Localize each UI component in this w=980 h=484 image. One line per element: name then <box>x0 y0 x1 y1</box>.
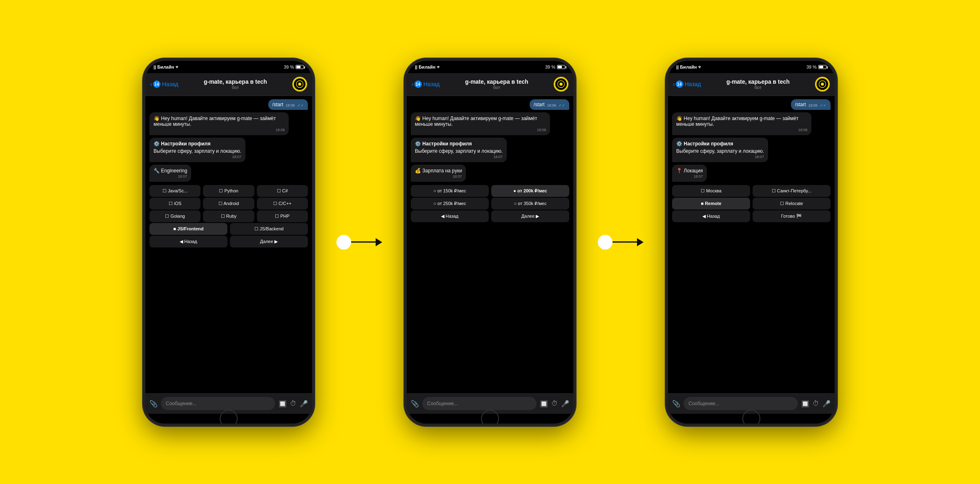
chevron-left-icon: ‹ <box>150 81 152 87</box>
msg-time: 18:06 <box>547 103 556 107</box>
keyboard-3: ☐ Москва ☐ Санкт-Петербу... ■ Remote ☐ R… <box>672 184 831 222</box>
message-input-2[interactable]: Сообщение... <box>422 397 537 410</box>
arrow-circle-1 <box>336 235 351 250</box>
kb-next-1[interactable]: Далее ▶ <box>230 236 308 248</box>
kb-jsfrontend[interactable]: ■ JS/Frontend <box>149 223 227 235</box>
kb-remote[interactable]: ■ Remote <box>672 198 750 210</box>
carrier-2: || Билайн ᯤ <box>415 65 441 69</box>
back-button-3[interactable]: ‹ 14 Назад <box>673 80 701 88</box>
msg-start-1: /start 18:06 ✓✓ <box>268 99 308 110</box>
header-center-2: g-mate, карьера в tech бот <box>443 78 550 90</box>
back-button-1[interactable]: ‹ 14 Назад <box>150 80 178 88</box>
kb-250k[interactable]: ○ от 250k ₽/мес <box>411 198 489 210</box>
back-badge-3: 14 <box>676 80 683 88</box>
kb-python[interactable]: ☐ Python <box>203 185 254 197</box>
msg-settings-2: ⚙️ Настройки профиля Выберите сферу, зар… <box>411 138 507 162</box>
home-button-3[interactable] <box>742 410 760 426</box>
kb-next-2[interactable]: Далее ▶ <box>491 210 569 222</box>
chat-title-2: g-mate, карьера в tech <box>465 78 528 85</box>
placeholder-1: Сообщение... <box>166 401 196 406</box>
kb-back-3[interactable]: ◀ Назад <box>672 210 750 222</box>
carrier-1: || Билайн ᯤ <box>154 65 180 69</box>
sticker-icon[interactable]: 🔲 <box>540 400 548 408</box>
back-badge-1: 14 <box>153 80 160 88</box>
msg-time: 18:06 <box>415 128 546 132</box>
timer-icon[interactable]: ⏱ <box>551 400 558 407</box>
location-text: 📍 Локация <box>676 168 703 174</box>
kb-php[interactable]: ☐ PHP <box>257 210 308 222</box>
back-label-1[interactable]: Назад <box>162 81 178 87</box>
kb-back-2[interactable]: ◀ Назад <box>411 210 489 222</box>
msg-time: 18:07 <box>154 174 187 178</box>
back-button-2[interactable]: ‹ 14 Назад <box>412 80 440 88</box>
mic-icon[interactable]: 🎤 <box>561 400 569 408</box>
avatar-1 <box>292 77 307 91</box>
msg-settings-1: ⚙️ Настройки профиля Выберите сферу, зар… <box>149 138 245 162</box>
kb-row-s3: ◀ Назад Далее ▶ <box>411 210 569 222</box>
msg-text: /start <box>795 102 806 107</box>
msg-text: /start <box>272 102 283 107</box>
msg-time: 18:07 <box>154 155 241 159</box>
attach-icon[interactable]: 📎 <box>672 400 680 408</box>
msg-engineering: 🔧 Engineering 18:07 <box>149 165 191 182</box>
message-input-1[interactable]: Сообщение... <box>161 397 275 410</box>
chat-area-3: /start 18:06 ✓✓ 👋 Hey human! Давайте акт… <box>668 96 835 393</box>
keyboard-2: ○ от 150k ₽/мес ● от 200k ₽/мес ○ от 250… <box>411 184 569 222</box>
back-label-3[interactable]: Назад <box>685 81 701 87</box>
attach-icon[interactable]: 📎 <box>411 400 419 408</box>
battery-1: 39 % <box>284 65 304 69</box>
back-label-2[interactable]: Назад <box>423 81 440 87</box>
phone-1: || Билайн ᯤ 39 % ‹ 14 Назад g-mate, карь… <box>143 58 314 426</box>
msg-time: 18:06 <box>808 103 817 107</box>
msg-time: 18:06 <box>154 128 285 132</box>
msg-salary: 💰 Зарплата на руки 18:07 <box>411 165 466 182</box>
kb-row-l1: ☐ Москва ☐ Санкт-Петербу... <box>672 185 831 197</box>
kb-moscow[interactable]: ☐ Москва <box>672 185 750 197</box>
sticker-icon[interactable]: 🔲 <box>278 400 287 408</box>
home-button-1[interactable] <box>220 410 238 426</box>
home-indicator-3 <box>668 414 835 424</box>
home-button-2[interactable] <box>481 410 499 426</box>
engineering-text: 🔧 Engineering <box>154 168 187 174</box>
msg-greet-1: 👋 Hey human! Давайте активируем g-mate —… <box>149 112 289 135</box>
kb-android[interactable]: ☐ Android <box>203 198 254 210</box>
kb-done-3[interactable]: Готово 🏁 <box>753 210 831 222</box>
battery-2: 39 % <box>545 65 565 69</box>
status-bar-1: || Билайн ᯤ 39 % <box>145 61 312 73</box>
msg-time: 18:06 <box>676 128 807 132</box>
message-input-3[interactable]: Сообщение... <box>684 397 798 410</box>
timer-icon[interactable]: ⏱ <box>813 400 819 407</box>
kb-row-l3: ◀ Назад Готово 🏁 <box>672 210 831 222</box>
kb-cpp[interactable]: ☐ C/C++ <box>257 198 308 210</box>
kb-350k[interactable]: ○ от 350k ₽/мес <box>491 198 569 210</box>
chat-area-2: /start 18:06 ✓✓ 👋 Hey human! Давайте акт… <box>407 96 573 393</box>
kb-200k[interactable]: ● от 200k ₽/мес <box>491 185 569 197</box>
msg-time: 18:06 <box>285 103 295 107</box>
mic-icon[interactable]: 🎤 <box>822 400 831 408</box>
msg-location: 📍 Локация 18:07 <box>672 165 707 182</box>
timer-icon[interactable]: ⏱ <box>290 400 296 407</box>
kb-java[interactable]: ☐ Java/Sc... <box>149 185 200 197</box>
kb-back-1[interactable]: ◀ Назад <box>149 236 227 248</box>
kb-relocate[interactable]: ☐ Relocate <box>753 198 831 210</box>
kb-ios[interactable]: ☐ iOS <box>149 198 200 210</box>
kb-row-l2: ■ Remote ☐ Relocate <box>672 198 831 210</box>
kb-spb[interactable]: ☐ Санкт-Петербу... <box>753 185 831 197</box>
arrow-circle-2 <box>598 235 612 250</box>
kb-csharp[interactable]: ☐ C# <box>257 185 308 197</box>
arrow-head-2 <box>637 238 644 246</box>
placeholder-3: Сообщение... <box>688 401 719 406</box>
tg-header-1: ‹ 14 Назад g-mate, карьера в tech бот <box>145 73 312 96</box>
kb-ruby[interactable]: ☐ Ruby <box>203 210 254 222</box>
msg-start-3: /start 18:06 ✓✓ <box>791 99 831 110</box>
kb-golang[interactable]: ☐ Golang <box>149 210 200 222</box>
mic-icon[interactable]: 🎤 <box>300 400 308 408</box>
sticker-icon[interactable]: 🔲 <box>801 400 809 408</box>
attach-icon[interactable]: 📎 <box>149 400 158 408</box>
svg-point-2 <box>298 83 301 86</box>
kb-150k[interactable]: ○ от 150k ₽/мес <box>411 185 489 197</box>
kb-jsbackend[interactable]: ☐ JS/Backend <box>230 223 308 235</box>
msg-time: 18:07 <box>676 155 764 159</box>
chat-title-1: g-mate, карьера в tech <box>204 78 267 85</box>
phone-3: || Билайн ᯤ 39 % ‹ 14 Назад g-mate, карь… <box>666 58 837 426</box>
